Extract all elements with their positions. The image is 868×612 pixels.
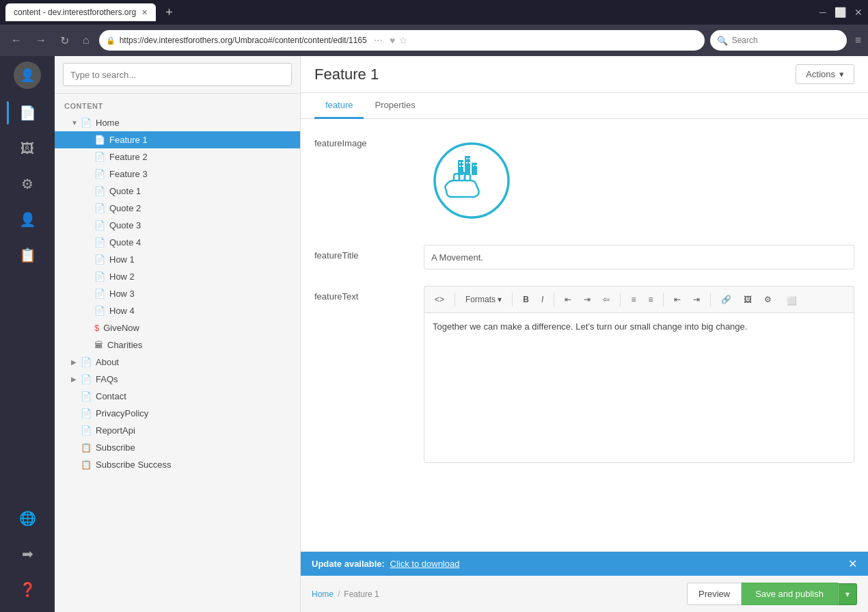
forms-icon: 📋 — [19, 247, 36, 263]
page-icon: 📄 — [81, 391, 92, 401]
rte-italic-btn[interactable]: I — [537, 292, 548, 307]
tree-item-how4[interactable]: 📄 How 4 — [55, 302, 300, 319]
tree-item-privacypolicy[interactable]: 📄 PrivacyPolicy — [55, 405, 300, 422]
restore-icon[interactable]: ⬜ — [835, 7, 846, 18]
rte-code-btn[interactable]: <> — [430, 292, 449, 307]
star-icon[interactable]: ☆ — [399, 35, 408, 46]
sidebar-item-delivery[interactable]: ➡ — [7, 537, 48, 571]
minimize-icon[interactable]: ─ — [819, 7, 826, 18]
back-button[interactable]: ← — [7, 31, 26, 49]
rte-separator — [620, 293, 621, 306]
rte-link-btn[interactable]: 🔗 — [716, 292, 736, 307]
feature-image-container[interactable] — [424, 133, 519, 228]
sidebar-item-content[interactable]: 📄 — [7, 96, 48, 130]
content-icon: 📄 — [19, 105, 36, 121]
chevron-down-icon: ▾ — [839, 69, 844, 79]
tree-item-quote2[interactable]: 📄 Quote 2 — [55, 200, 300, 217]
preview-button[interactable]: Preview — [687, 583, 742, 605]
save-dropdown-button[interactable]: ▾ — [838, 583, 857, 605]
sidebar-item-forms[interactable]: 📋 — [7, 238, 48, 272]
tree-item-contact[interactable]: 📄 Contact — [55, 388, 300, 405]
page-icon: 📄 — [81, 374, 92, 384]
tree-item-home[interactable]: ▼ 📄 Home — [55, 114, 300, 131]
update-bar-close[interactable]: ✕ — [848, 557, 857, 570]
tree-item-label: Quote 3 — [109, 220, 293, 230]
update-bar-link[interactable]: Click to download — [390, 559, 460, 569]
tree-item-givenow[interactable]: $ GiveNow — [55, 319, 300, 336]
tree-item-label: Subscribe Success — [96, 460, 293, 470]
search-bar-container[interactable]: 🔍 — [710, 30, 847, 51]
rte-image-btn[interactable]: 🖼 — [739, 292, 757, 307]
rte-outdent-btn[interactable]: ⇤ — [669, 292, 686, 307]
new-tab-button[interactable]: + — [161, 5, 177, 20]
refresh-button[interactable]: ↻ — [56, 31, 73, 50]
chevron-down-icon: ▾ — [845, 589, 850, 599]
nav-dots[interactable]: ··· — [374, 34, 383, 46]
rte-fullscreen-btn[interactable]: ⬜ — [782, 293, 802, 308]
tab-title: content - dev.interestforothers.org — [14, 8, 136, 17]
rte-align-center-btn[interactable]: ⇥ — [579, 292, 595, 307]
tree-item-quote3[interactable]: 📄 Quote 3 — [55, 217, 300, 234]
sidebar-item-users[interactable]: 👤 — [7, 202, 48, 237]
sidebar-search-input[interactable] — [63, 63, 292, 86]
tree-item-label: Quote 1 — [109, 186, 293, 196]
rte-separator — [710, 293, 711, 306]
tree-item-label: How 1 — [109, 254, 293, 265]
sidebar-item-global[interactable]: 🌐 — [7, 501, 48, 535]
tree-item-feature2[interactable]: 📄 Feature 2 — [55, 148, 300, 165]
svg-rect-3 — [472, 163, 477, 175]
hamburger-menu[interactable]: ≡ — [855, 34, 861, 46]
tree-item-charities[interactable]: 🏛 Charities — [55, 336, 300, 354]
tree-item-quote1[interactable]: 📄 Quote 1 — [55, 183, 300, 200]
rte-ol-btn[interactable]: ≡ — [643, 292, 657, 307]
rte-formats-btn[interactable]: Formats ▾ — [461, 292, 506, 307]
feature-title-input[interactable] — [424, 245, 854, 269]
tree-item-about[interactable]: ▶ 📄 About — [55, 354, 300, 371]
page-icon: 📄 — [94, 169, 105, 179]
tree-item-subscribesuccess[interactable]: 📋 Subscribe Success — [55, 456, 300, 473]
tree-item-quote4[interactable]: 📄 Quote 4 — [55, 234, 300, 251]
feature-image-content[interactable] — [424, 133, 854, 228]
rte-settings-btn[interactable]: ⚙ — [759, 292, 776, 307]
rte-bold-btn[interactable]: B — [518, 292, 534, 307]
main-body: featureImage — [301, 119, 868, 551]
breadcrumb-home[interactable]: Home — [312, 589, 334, 599]
forward-button[interactable]: → — [31, 31, 51, 49]
feature-text-field: featureText <> Formats ▾ B I ⇤ ⇥ ⇦ — [314, 286, 854, 463]
feature-title-label: featureTitle — [314, 245, 410, 261]
rte-indent-btn[interactable]: ⇥ — [688, 292, 705, 307]
feature-image-field: featureImage — [314, 133, 854, 228]
rte-align-right-btn[interactable]: ⇦ — [598, 292, 614, 307]
page-icon: 📄 — [94, 186, 105, 196]
sidebar-item-media[interactable]: 🖼 — [7, 131, 48, 165]
subscribe-success-icon: 📋 — [81, 460, 92, 470]
search-input[interactable] — [732, 36, 840, 45]
tree-item-faqs[interactable]: ▶ 📄 FAQs — [55, 371, 300, 388]
page-icon: 📄 — [94, 306, 105, 316]
tab-bar: feature Properties — [301, 93, 868, 119]
media-icon: 🖼 — [21, 141, 34, 157]
tab-close-button[interactable]: ✕ — [141, 8, 148, 17]
tab-feature[interactable]: feature — [314, 93, 364, 119]
sidebar-item-help[interactable]: ❓ — [7, 572, 48, 607]
address-bar[interactable]: 🔒 https://dev.interestforothers.org/Umbr… — [99, 30, 705, 51]
sidebar-item-settings[interactable]: ⚙ — [7, 167, 48, 201]
save-publish-button[interactable]: Save and publish — [742, 583, 838, 605]
close-window-icon[interactable]: ✕ — [854, 7, 863, 18]
tree-item-how1[interactable]: 📄 How 1 — [55, 251, 300, 268]
browser-tab[interactable]: content - dev.interestforothers.org ✕ — [5, 3, 156, 21]
tree-item-how3[interactable]: 📄 How 3 — [55, 285, 300, 302]
rte-ul-btn[interactable]: ≡ — [626, 292, 640, 307]
rte-body[interactable]: Together we can make a difference. Let's… — [424, 312, 854, 463]
rte-align-left-btn[interactable]: ⇤ — [560, 292, 576, 307]
tree-item-subscribe[interactable]: 📋 Subscribe — [55, 439, 300, 456]
bookmark-icon[interactable]: ♥ — [390, 35, 395, 46]
actions-button[interactable]: Actions ▾ — [796, 64, 854, 84]
tab-properties[interactable]: Properties — [364, 93, 426, 119]
home-button[interactable]: ⌂ — [79, 31, 94, 49]
tree-item-feature3[interactable]: 📄 Feature 3 — [55, 165, 300, 183]
tree-item-reportapi[interactable]: 📄 ReportApi — [55, 422, 300, 439]
tree-item-how2[interactable]: 📄 How 2 — [55, 268, 300, 285]
tree-item-feature1[interactable]: 📄 Feature 1 — [55, 131, 300, 148]
page-icon: 📄 — [81, 118, 92, 128]
